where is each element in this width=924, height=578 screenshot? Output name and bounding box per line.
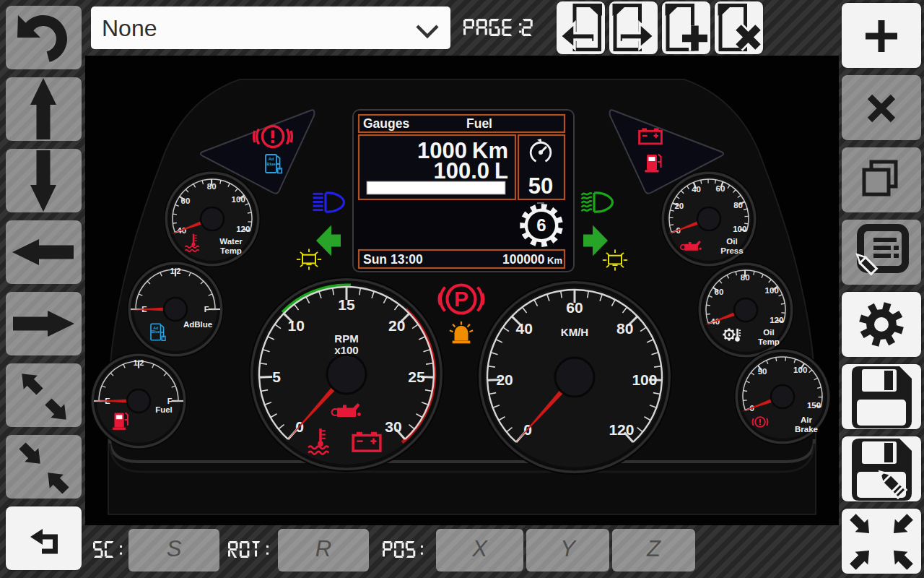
svg-text:KM/H: KM/H [561,326,588,338]
svg-text:Sun 13:00: Sun 13:00 [363,252,423,267]
svg-text:25: 25 [408,368,425,385]
svg-text:80: 80 [733,201,743,210]
svg-text:80: 80 [616,320,633,337]
svg-text:1/2: 1/2 [134,358,144,367]
svg-text:Blue: Blue [266,162,276,166]
svg-text:RPM: RPM [334,332,358,345]
svg-text:Oil: Oil [763,328,774,337]
svg-text:100: 100 [765,286,779,295]
svg-text:Ad: Ad [269,157,274,161]
svg-text:6: 6 [536,215,546,235]
svg-text:50: 50 [528,173,553,199]
svg-text:P: P [454,287,468,311]
svg-text:Temp: Temp [220,246,242,255]
svg-text:60: 60 [566,299,583,316]
svg-text:Press: Press [720,246,743,255]
svg-text:50: 50 [758,367,767,376]
svg-text:20: 20 [388,317,405,334]
svg-text:80: 80 [207,182,217,191]
svg-text:Temp: Temp [758,337,780,346]
svg-text:F: F [167,397,173,405]
svg-text:100: 100 [793,366,807,374]
svg-text:AdBlue: AdBlue [183,320,212,329]
svg-text:Blue: Blue [152,329,160,334]
svg-text:60: 60 [716,184,725,193]
svg-text:F: F [204,305,209,314]
svg-text:Gauges: Gauges [363,116,409,131]
svg-text:30: 30 [385,418,401,435]
svg-text:10: 10 [288,317,305,334]
svg-text:Brake: Brake [795,425,818,434]
svg-text:100.0L: 100.0L [433,158,508,184]
svg-text:1/2: 1/2 [170,267,181,275]
svg-text:100: 100 [733,225,746,233]
svg-text:100: 100 [632,371,657,388]
svg-text:40: 40 [516,320,533,337]
svg-text:60: 60 [715,288,724,296]
svg-text:5: 5 [272,368,281,385]
svg-text:60: 60 [181,197,191,205]
svg-text:Fuel: Fuel [155,405,173,414]
svg-text:Fuel: Fuel [466,116,492,131]
svg-text:40: 40 [692,185,701,194]
svg-text:15: 15 [338,296,355,313]
svg-text:100: 100 [232,195,245,204]
svg-text:80: 80 [741,273,750,282]
svg-text:20: 20 [674,202,684,210]
svg-text:20: 20 [496,371,513,388]
svg-text:120: 120 [609,421,634,438]
svg-text:150: 150 [807,401,821,410]
svg-text:Oil: Oil [726,237,737,246]
svg-text:120: 120 [236,225,250,233]
svg-text:Water: Water [219,237,243,246]
svg-text:120: 120 [770,316,783,324]
svg-text:Air: Air [801,415,813,424]
